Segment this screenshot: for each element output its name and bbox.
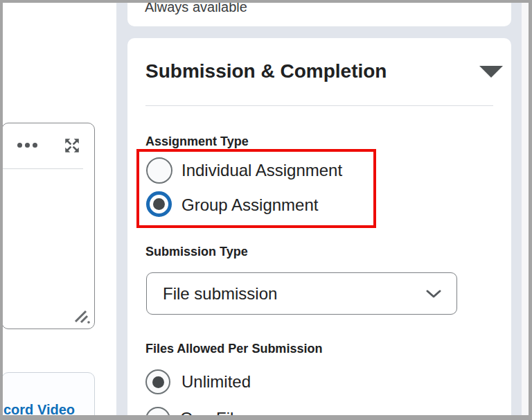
expand-arrows-icon (63, 137, 81, 155)
ellipsis-icon (17, 143, 22, 148)
assignment-type-label: Assignment Type (145, 134, 249, 149)
scrollbar-track (522, 0, 529, 420)
frame-border-top (0, 0, 532, 3)
availability-card: Always available (127, 0, 511, 26)
collapse-caret-icon[interactable] (479, 66, 503, 78)
section-title: Submission & Completion (145, 60, 387, 83)
frame-border-bottom (0, 415, 532, 420)
resize-handle[interactable] (74, 308, 91, 324)
more-options-button[interactable] (17, 143, 37, 148)
record-video-card: cord Video (1, 372, 95, 420)
frame-border-left (0, 0, 3, 420)
submission-type-label: Submission Type (145, 244, 248, 259)
screenshot-root: Always available (0, 0, 532, 420)
toolbar-divider (2, 168, 83, 169)
radio-selected-dot (152, 376, 164, 388)
files-allowed-label: Files Allowed Per Submission (145, 341, 322, 356)
ellipsis-icon (33, 143, 37, 148)
ellipsis-icon (25, 143, 30, 148)
editor-toolbar-box (1, 123, 95, 329)
radio-unlimited-label[interactable]: Unlimited (181, 371, 251, 392)
submission-completion-card: Submission & Completion Assignment Type … (127, 38, 511, 420)
frame-border-right (529, 0, 532, 420)
submission-type-select[interactable]: File submission (146, 272, 457, 315)
resize-handle-icon (74, 308, 91, 324)
section-divider (145, 105, 493, 106)
red-highlight-annotation (136, 149, 376, 228)
chevron-down-icon (426, 290, 441, 298)
submission-type-value: File submission (163, 273, 277, 314)
radio-unlimited[interactable] (145, 369, 170, 394)
fullscreen-button[interactable] (63, 137, 81, 155)
